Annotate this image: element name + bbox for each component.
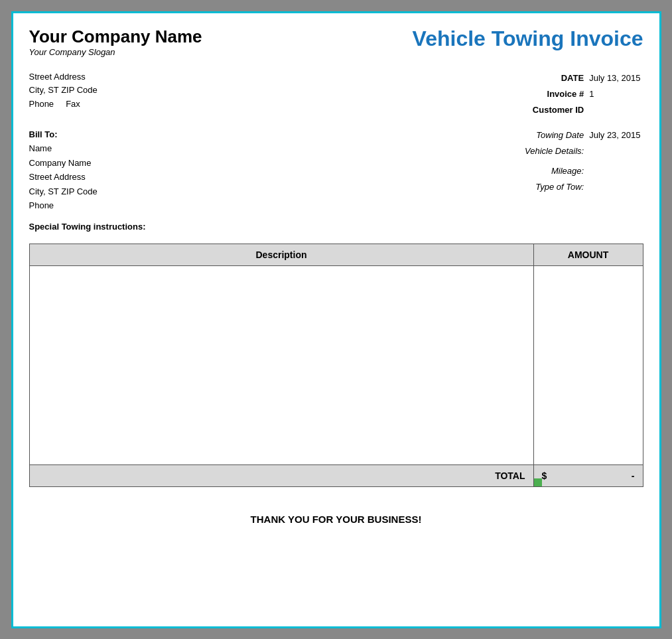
towing-details-block: Towing Date July 23, 2015 Vehicle Detail… [522,127,643,213]
invoice-meta: DATE July 13, 2015 Invoice # 1 Customer … [530,70,643,118]
company-name: Your Company Name [29,27,202,47]
amount-cell [533,266,643,465]
invoice-label: Invoice # [530,86,586,102]
meta-customer-row: Customer ID [530,102,643,118]
bill-section: Bill To: Name Company Name Street Addres… [29,127,643,213]
special-instructions: Special Towing instructions: [29,222,643,232]
bill-to-block: Bill To: Name Company Name Street Addres… [29,127,98,213]
company-street: Street Address [29,70,98,84]
mileage-label: Mileage: [522,163,586,179]
amount-header: AMOUNT [533,244,643,266]
invoice-value: 1 [586,86,643,102]
type-of-tow-value [586,179,643,195]
table-header-row: Description AMOUNT [29,244,643,266]
total-value: - [632,470,635,481]
thank-you-message: THANK YOU FOR YOUR BUSINESS! [29,514,643,525]
customer-label: Customer ID [530,102,586,118]
top-section: Street Address City, ST ZIP Code Phone F… [29,70,643,118]
company-city-state: City, ST ZIP Code [29,84,98,98]
company-phone-fax: Phone Fax [29,98,98,111]
company-slogan: Your Company Slogan [29,47,202,57]
currency-symbol: $ [542,470,547,481]
total-amount-display: $ - [542,470,635,481]
table-body: TOTAL $ - [29,266,643,487]
date-label: DATE [530,70,586,86]
invoice-header: Your Company Name Your Company Slogan Ve… [29,27,643,57]
description-header: Description [29,244,533,266]
bill-to-company: Company Name [29,156,98,170]
table-header: Description AMOUNT [29,244,643,266]
mileage-value [586,163,643,179]
mileage-row: Mileage: [522,163,643,179]
towing-table: Towing Date July 23, 2015 Vehicle Detail… [522,127,643,195]
meta-table: DATE July 13, 2015 Invoice # 1 Customer … [530,70,643,118]
meta-invoice-row: Invoice # 1 [530,86,643,102]
invoice-table: Description AMOUNT TOTAL $ - [29,244,643,487]
towing-date-value: July 23, 2015 [586,127,643,143]
type-of-tow-label: Type of Tow: [522,179,586,195]
meta-date-row: DATE July 13, 2015 [530,70,643,86]
company-address: Street Address City, ST ZIP Code Phone F… [29,70,98,118]
bill-to-name: Name [29,141,98,155]
table-main-row [29,266,643,465]
bill-to-street: Street Address [29,170,98,184]
type-of-tow-row: Type of Tow: [522,179,643,195]
phone-label: Phone [29,99,54,109]
company-info: Your Company Name Your Company Slogan [29,27,202,57]
vehicle-details-row: Vehicle Details: [522,143,643,159]
total-label: TOTAL [29,465,533,487]
towing-date-row: Towing Date July 23, 2015 [522,127,643,143]
date-value: July 13, 2015 [586,70,643,86]
total-amount-cell: $ - [533,465,643,487]
invoice-wrapper: Your Company Name Your Company Slogan Ve… [11,11,661,628]
bill-to-label: Bill To: [29,127,98,141]
total-row: TOTAL $ - [29,465,643,487]
vehicle-details-label: Vehicle Details: [522,143,586,159]
vehicle-details-value [586,143,643,159]
bill-to-city-state: City, ST ZIP Code [29,184,98,198]
invoice-content: Your Company Name Your Company Slogan Ve… [13,13,659,552]
customer-value [586,102,643,118]
description-cell [29,266,533,465]
green-corner-indicator [534,478,542,486]
towing-date-label: Towing Date [522,127,586,143]
special-instructions-label: Special Towing instructions: [29,222,146,232]
bill-to-phone: Phone [29,198,98,212]
fax-label: Fax [66,99,80,109]
invoice-title: Vehicle Towing Invoice [413,27,643,51]
